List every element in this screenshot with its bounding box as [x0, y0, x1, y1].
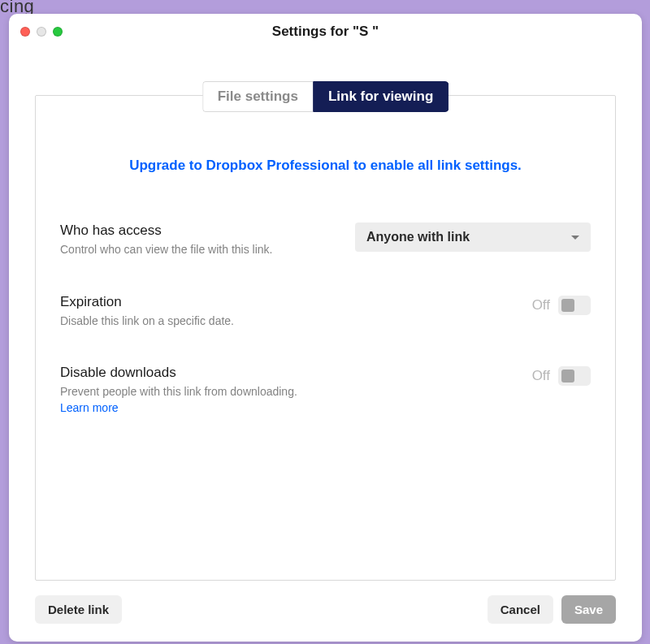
maximize-window-button[interactable]: [53, 27, 63, 37]
tab-file-settings[interactable]: File settings: [202, 81, 313, 112]
expiration-toggle[interactable]: [558, 296, 591, 315]
save-button[interactable]: Save: [561, 595, 616, 624]
chevron-down-icon: [571, 236, 579, 240]
toggle-knob: [561, 299, 574, 312]
minimize-window-button[interactable]: [37, 27, 46, 37]
tab-bar: File settings Link for viewing: [202, 81, 449, 112]
toggle-knob: [561, 370, 574, 383]
expiration-state-label: Off: [532, 297, 550, 313]
cancel-button[interactable]: Cancel: [488, 595, 553, 624]
setting-disable-downloads: Disable downloads Prevent people with th…: [60, 365, 591, 416]
upgrade-upsell-link[interactable]: Upgrade to Dropbox Professional to enabl…: [60, 158, 591, 174]
learn-more-link[interactable]: Learn more: [60, 401, 119, 414]
setting-expiration: Expiration Disable this link on a specif…: [60, 294, 591, 330]
dialog-footer: Delete link Cancel Save: [35, 595, 616, 624]
settings-dialog: Settings for "S " File settings Link for…: [9, 14, 642, 642]
who-has-access-value: Anyone with link: [366, 230, 470, 244]
settings-panel: File settings Link for viewing Upgrade t…: [35, 95, 616, 581]
disable-downloads-title: Disable downloads: [60, 365, 304, 381]
window-titlebar: Settings for "S ": [9, 14, 642, 50]
who-has-access-desc: Control who can view the file with this …: [60, 242, 272, 258]
disable-downloads-state-label: Off: [532, 368, 550, 384]
delete-link-button[interactable]: Delete link: [35, 595, 122, 624]
expiration-title: Expiration: [60, 294, 234, 310]
window-title: Settings for "S ": [9, 24, 642, 40]
traffic-lights: [9, 27, 63, 37]
disable-downloads-desc-text: Prevent people with this link from downl…: [60, 385, 297, 398]
tab-link-for-viewing[interactable]: Link for viewing: [313, 81, 448, 112]
disable-downloads-toggle[interactable]: [558, 366, 591, 386]
expiration-desc: Disable this link on a specific date.: [60, 313, 234, 330]
setting-who-has-access: Who has access Control who can view the …: [60, 223, 591, 258]
disable-downloads-desc: Prevent people with this link from downl…: [60, 384, 304, 416]
who-has-access-dropdown[interactable]: Anyone with link: [355, 223, 591, 252]
close-window-button[interactable]: [20, 27, 30, 37]
who-has-access-title: Who has access: [60, 223, 272, 239]
